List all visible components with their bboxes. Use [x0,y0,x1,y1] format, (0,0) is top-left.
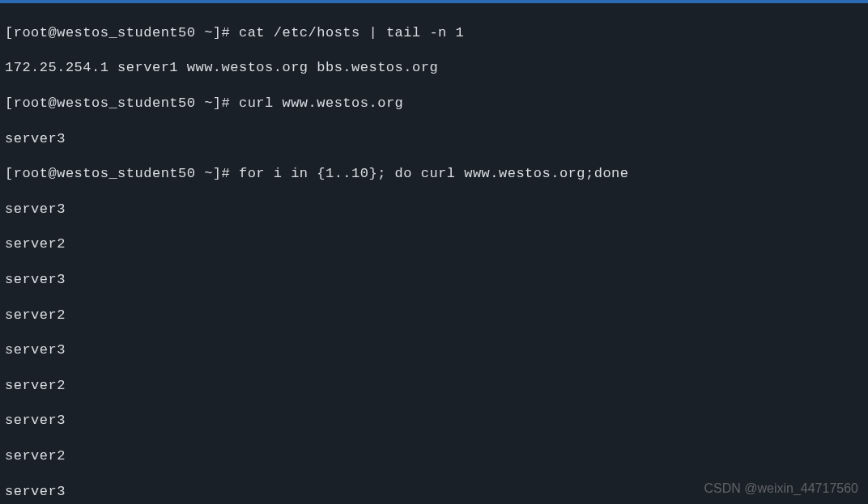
output-loop1-1: server2 [5,235,863,253]
prompt-line-3: [root@westos_student50 ~]# for i in {1..… [5,165,863,183]
terminal-viewport[interactable]: [root@westos_student50 ~]# cat /etc/host… [0,3,868,504]
command-text: curl www.westos.org [239,95,403,111]
output-loop1-6: server3 [5,412,863,430]
prompt: [root@westos_student50 ~]# [5,95,239,111]
command-text: cat /etc/hosts | tail -n 1 [239,25,464,40]
output-loop1-5: server2 [5,377,863,395]
csdn-watermark: CSDN @weixin_44717560 [704,481,858,496]
command-text: for i in {1..10}; do curl www.westos.org… [239,166,629,181]
output-hosts: 172.25.254.1 server1 www.westos.org bbs.… [5,59,863,77]
output-loop1-0: server3 [5,201,863,218]
output-loop1-2: server3 [5,271,863,289]
output-loop1-4: server3 [5,341,863,359]
output-loop1-3: server2 [5,307,863,324]
prompt-line-1: [root@westos_student50 ~]# cat /etc/host… [5,24,863,42]
prompt: [root@westos_student50 ~]# [5,25,239,40]
prompt: [root@westos_student50 ~]# [5,166,239,181]
output-loop1-7: server2 [5,447,863,465]
prompt-line-2: [root@westos_student50 ~]# curl www.west… [5,95,863,112]
output-single-curl: server3 [5,130,863,148]
